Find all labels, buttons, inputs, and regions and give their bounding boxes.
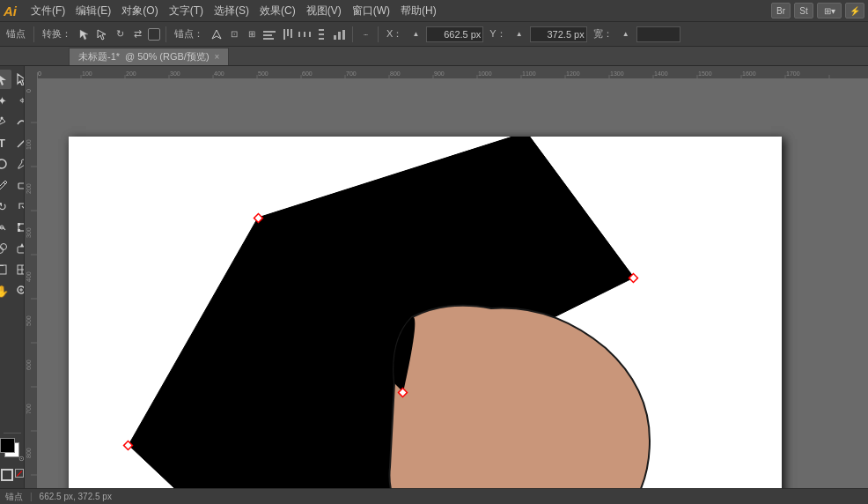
y-value-input[interactable] (530, 26, 587, 42)
align-h-icon[interactable] (262, 27, 276, 41)
svg-rect-8 (298, 32, 300, 37)
direct-select-icon[interactable] (95, 27, 109, 41)
warp-tool[interactable] (0, 218, 11, 237)
foreground-swatch[interactable] (0, 438, 15, 453)
tool-row-5 (0, 154, 25, 174)
svg-rect-28 (18, 229, 20, 232)
menu-select[interactable]: 选择(S) (209, 4, 254, 19)
svg-text:1000: 1000 (478, 70, 492, 77)
svg-text:100: 100 (26, 139, 32, 150)
svg-rect-32 (0, 265, 6, 274)
anchor-label: 锚点 (4, 27, 28, 41)
y-up-icon[interactable]: ▲ (512, 27, 526, 41)
horizontal-ruler: 0 100 200 300 400 500 600 700 80 (25, 66, 868, 78)
reset-colors-icon[interactable]: ⊙ (18, 455, 25, 463)
svg-rect-6 (287, 29, 289, 36)
square-swatch[interactable] (148, 28, 160, 41)
svg-text:400: 400 (26, 271, 32, 282)
color-separator (4, 433, 21, 434)
svg-text:200: 200 (126, 70, 136, 77)
chart-icon[interactable] (333, 27, 347, 41)
slice-tool[interactable] (12, 260, 25, 279)
w-value-input[interactable] (636, 26, 680, 42)
live-paint-tool[interactable] (12, 239, 25, 258)
reflect-tool-icon[interactable]: ⇄ (130, 27, 144, 41)
x-up-icon[interactable]: ▲ (408, 27, 423, 41)
line-tool[interactable] (12, 133, 25, 152)
curvature-tool[interactable] (12, 112, 25, 131)
ellipse-tool[interactable] (0, 154, 11, 174)
menu-file[interactable]: 文件(F) (26, 4, 70, 19)
tab-close-button[interactable]: × (215, 52, 220, 62)
pen-anchor-icon[interactable] (210, 27, 224, 41)
svg-rect-31 (18, 247, 25, 253)
menu-text[interactable]: 文字(T) (164, 4, 209, 19)
document-tab[interactable]: 未标题-1* @ 50% (RGB/预览) × (69, 48, 229, 65)
main-area: ✦ ⌖ T (0, 66, 868, 488)
stroke-swatch[interactable] (1, 469, 13, 481)
convert-label: 转换： (40, 27, 74, 41)
distribute-v-icon[interactable] (315, 27, 329, 41)
tool-row-4: T (0, 133, 25, 152)
magic-wand-tool[interactable]: ✦ (0, 91, 11, 110)
menu-effect[interactable]: 效果(C) (254, 4, 301, 19)
sep3 (352, 26, 353, 42)
svg-rect-7 (291, 29, 292, 38)
pencil-tool[interactable] (0, 175, 11, 195)
svg-rect-25 (18, 223, 20, 226)
tab-subtitle: @ 50% (RGB/预览) (125, 50, 210, 63)
eraser-tool[interactable] (12, 175, 25, 195)
align-v-icon[interactable] (280, 27, 294, 41)
scale-tool[interactable] (12, 196, 25, 216)
menu-view[interactable]: 视图(V) (301, 4, 347, 19)
w-up-icon[interactable]: ▲ (619, 27, 633, 41)
stock-icon[interactable]: St (794, 3, 813, 19)
menu-edit[interactable]: 编辑(E) (70, 4, 116, 19)
distribute-h-icon[interactable] (298, 27, 312, 41)
fg-bg-swatches[interactable]: ⊙ (0, 438, 25, 463)
app-logo: Ai (4, 4, 17, 19)
rotate-tool[interactable]: ↻ (0, 196, 11, 216)
artboard-tool[interactable] (0, 260, 11, 279)
x-value-input[interactable] (426, 26, 483, 42)
svg-text:600: 600 (26, 359, 32, 370)
shape-builder-tool[interactable] (0, 239, 11, 258)
transform-icon2[interactable]: ⊞ (245, 27, 259, 41)
svg-rect-14 (334, 35, 336, 40)
selection-tool[interactable] (0, 70, 11, 89)
none-swatch[interactable] (15, 469, 24, 478)
svg-text:1100: 1100 (522, 70, 536, 77)
tool-row-9 (0, 239, 25, 258)
canvas-area[interactable]: 0 100 200 300 400 500 600 700 80 (25, 66, 868, 488)
select-tool-icon[interactable] (77, 27, 92, 41)
svg-line-20 (18, 138, 25, 147)
svg-text:0: 0 (26, 89, 32, 93)
svg-text:1700: 1700 (786, 70, 800, 77)
svg-text:300: 300 (170, 70, 180, 77)
bridge-icon[interactable]: Br (771, 3, 791, 19)
svg-point-19 (1, 117, 4, 120)
sync-icon[interactable]: ⚡ (845, 3, 864, 19)
direct-selection-tool[interactable] (12, 70, 25, 89)
more-tools-icon[interactable]: ··· (358, 27, 372, 41)
lasso-tool[interactable]: ⌖ (12, 91, 25, 110)
hand-tool[interactable]: ✋ (0, 281, 11, 300)
svg-marker-0 (80, 30, 88, 40)
transform-icon1[interactable]: ⊡ (227, 27, 241, 41)
paintbrush-tool[interactable] (12, 154, 25, 174)
svg-rect-11 (319, 29, 324, 31)
type-tool[interactable]: T (0, 133, 11, 152)
rotate-tool-icon[interactable]: ↻ (113, 27, 127, 41)
sep1 (33, 26, 34, 42)
tab-bar: 未标题-1* @ 50% (RGB/预览) × (0, 47, 868, 66)
menu-window[interactable]: 窗口(W) (347, 4, 395, 19)
pen-tool[interactable] (0, 112, 11, 131)
menu-object[interactable]: 对象(O) (116, 4, 163, 19)
workspace-icon[interactable]: ⊞▾ (817, 3, 842, 19)
stroke-fill-row (1, 469, 24, 481)
svg-text:500: 500 (258, 70, 268, 77)
menu-help[interactable]: 帮助(H) (395, 4, 442, 19)
free-transform-tool[interactable] (12, 218, 25, 237)
svg-rect-4 (263, 38, 274, 40)
zoom-tool[interactable] (12, 281, 25, 300)
